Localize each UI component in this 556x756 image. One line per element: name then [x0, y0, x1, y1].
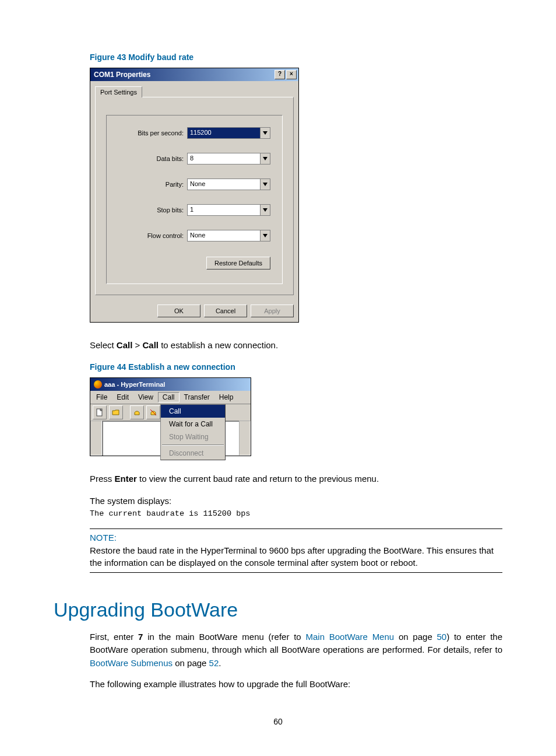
combo-parity[interactable]: None: [187, 178, 270, 190]
menu-edit[interactable]: Edit: [112, 392, 133, 402]
hyperterminal-icon: [94, 380, 102, 388]
chevron-down-icon[interactable]: [260, 153, 270, 164]
note-body: Restore the baud rate in the HyperTermin…: [90, 545, 502, 569]
label-data-bits: Data bits:: [118, 155, 187, 162]
ht-left-edge: [90, 421, 102, 456]
combo-bits-per-second[interactable]: 115200: [187, 127, 270, 139]
ht-titlebar: aaa - HyperTerminal: [90, 378, 251, 391]
note-title: NOTE:: [90, 533, 502, 542]
open-icon[interactable]: [109, 405, 123, 419]
paragraph-1: First, enter 7 in the main BootWare menu…: [90, 631, 502, 670]
chevron-down-icon[interactable]: [260, 128, 270, 138]
call-dropdown-menu: Call Wait for a Call Stop Waiting Discon…: [160, 404, 226, 460]
dialog-title: COM1 Properties: [94, 71, 273, 79]
label-parity: Parity:: [118, 181, 187, 188]
menu-file[interactable]: File: [92, 392, 112, 402]
menu-transfer[interactable]: Transfer: [180, 392, 214, 402]
ok-button[interactable]: OK: [157, 304, 200, 317]
com1-properties-dialog: COM1 Properties ? × Port Settings Bits p…: [90, 68, 299, 323]
close-button[interactable]: ×: [286, 70, 297, 79]
page-number: 60: [54, 717, 502, 726]
menu-call[interactable]: Call: [158, 392, 180, 402]
combo-value: 115200: [188, 128, 260, 138]
link-page-52[interactable]: 52: [209, 658, 219, 668]
ht-title-text: aaa - HyperTerminal: [104, 381, 165, 388]
ht-toolbar: Call Wait for a Call Stop Waiting Discon…: [90, 404, 251, 421]
connect-icon[interactable]: [130, 405, 144, 419]
instruction-select-call: Select Call > Call to establish a new co…: [90, 339, 502, 352]
heading-upgrading-bootware: Upgrading BootWare: [54, 598, 502, 621]
apply-button[interactable]: Apply: [251, 304, 294, 317]
dropdown-disconnect: Disconnect: [161, 447, 225, 460]
ht-right-edge: [239, 421, 251, 456]
cancel-button[interactable]: Cancel: [204, 304, 247, 317]
combo-flow-control[interactable]: None: [187, 230, 270, 242]
link-page-50[interactable]: 50: [437, 632, 446, 642]
label-bits-per-second: Bits per second:: [118, 130, 187, 136]
label-flow-control: Flow control:: [118, 232, 187, 239]
combo-value: None: [188, 179, 260, 190]
dropdown-call[interactable]: Call: [161, 405, 225, 418]
link-main-bootware-menu[interactable]: Main BootWare Menu: [305, 632, 394, 642]
chevron-down-icon[interactable]: [260, 230, 270, 241]
figure44-caption: Figure 44 Establish a new connection: [90, 362, 502, 372]
dropdown-wait-for-call[interactable]: Wait for a Call: [161, 418, 225, 430]
combo-value: 8: [188, 153, 260, 164]
combo-stop-bits[interactable]: 1: [187, 204, 270, 216]
combo-value: 1: [188, 205, 260, 215]
hyperterminal-window: aaa - HyperTerminal File Edit View Call …: [90, 377, 251, 456]
system-displays-label: The system displays:: [90, 495, 502, 508]
tab-port-settings[interactable]: Port Settings: [95, 86, 142, 97]
instruction-press-enter: Press Enter to view the current baud rat…: [90, 473, 502, 485]
menu-view[interactable]: View: [133, 392, 158, 402]
chevron-down-icon[interactable]: [260, 179, 270, 190]
figure43-caption: Figure 43 Modify baud rate: [90, 52, 502, 62]
combo-value: None: [188, 230, 260, 241]
menu-help[interactable]: Help: [214, 392, 238, 402]
dialog-titlebar: COM1 Properties ? ×: [90, 68, 298, 81]
label-stop-bits: Stop bits:: [118, 206, 187, 214]
disconnect-icon[interactable]: [146, 405, 160, 419]
dropdown-stop-waiting: Stop Waiting: [161, 430, 225, 443]
restore-defaults-button[interactable]: Restore Defaults: [206, 257, 270, 270]
help-button[interactable]: ?: [275, 70, 285, 79]
ht-menubar: File Edit View Call Transfer Help: [90, 391, 251, 404]
paragraph-2: The following example illustrates how to…: [90, 678, 502, 691]
new-icon[interactable]: [93, 405, 107, 419]
combo-data-bits[interactable]: 8: [187, 153, 270, 164]
code-output: The current baudrate is 115200 bps: [90, 509, 502, 518]
link-bootware-submenus[interactable]: BootWare Submenus: [90, 658, 173, 668]
chevron-down-icon[interactable]: [260, 205, 270, 215]
